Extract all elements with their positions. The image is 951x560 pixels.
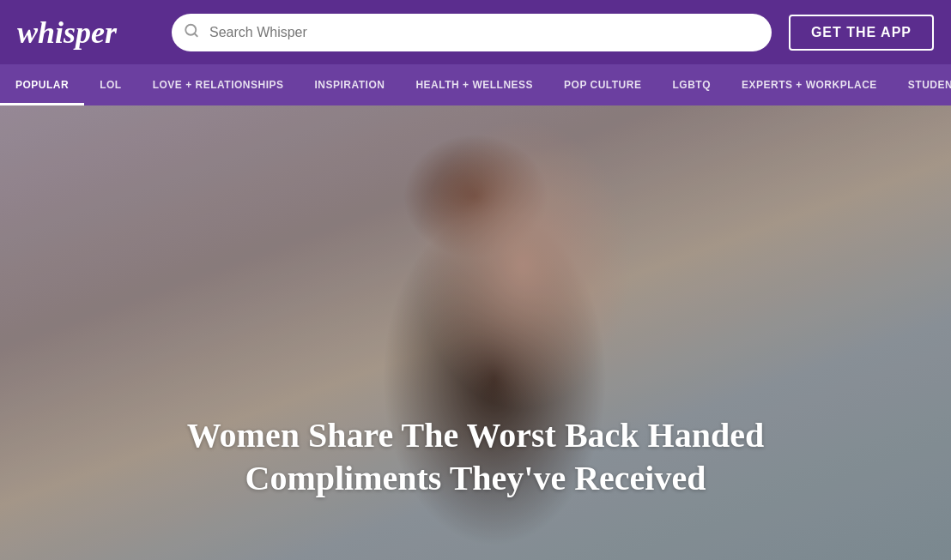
- nav-item-inspiration[interactable]: INSPIRATION: [299, 64, 400, 105]
- nav-item-experts-workplace[interactable]: EXPERTS + WORKPLACE: [726, 64, 893, 105]
- nav-item-lgbtq[interactable]: LGBTQ: [657, 64, 726, 105]
- site-header: whisper GET THE APP: [0, 0, 951, 64]
- nav-item-lol[interactable]: LOL: [84, 64, 137, 105]
- main-nav: POPULAR LOL LOVE + RELATIONSHIPS INSPIRA…: [0, 64, 951, 105]
- hero-section: Women Share The Worst Back Handed Compli…: [0, 105, 951, 560]
- nav-item-pop-culture[interactable]: POP CULTURE: [548, 64, 657, 105]
- hero-text-container: Women Share The Worst Back Handed Compli…: [95, 414, 856, 500]
- nav-item-popular[interactable]: POPULAR: [0, 64, 84, 105]
- site-logo[interactable]: whisper: [17, 15, 154, 51]
- search-icon: [184, 22, 199, 42]
- nav-item-student-life[interactable]: STUDENT LIFE: [893, 64, 951, 105]
- search-input[interactable]: [172, 14, 772, 51]
- nav-item-love-relationships[interactable]: LOVE + RELATIONSHIPS: [137, 64, 300, 105]
- search-container: [172, 14, 772, 51]
- nav-item-health-wellness[interactable]: HEALTH + WELLNESS: [400, 64, 548, 105]
- get-app-button[interactable]: GET THE APP: [789, 15, 934, 51]
- svg-line-1: [194, 33, 197, 35]
- hero-title: Women Share The Worst Back Handed Compli…: [95, 414, 856, 500]
